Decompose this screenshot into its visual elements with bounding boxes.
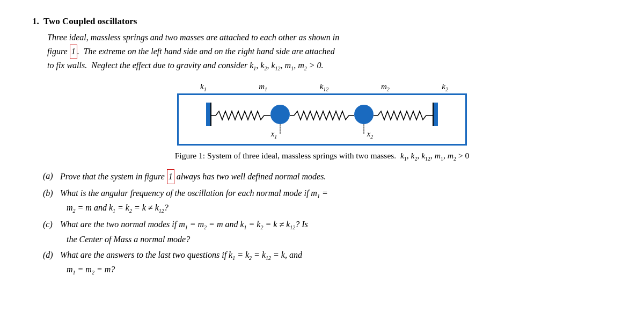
- part-d-label: (d): [43, 248, 58, 262]
- figure-caption: Figure 1: System of three ideal, massles…: [175, 151, 470, 162]
- parts-container: (a) Prove that the system in figure 1 al…: [43, 169, 612, 277]
- label-m2: m2: [381, 82, 390, 92]
- part-a-label: (a): [43, 169, 58, 183]
- label-x1: x1: [271, 129, 277, 140]
- mass-2-pin: [364, 124, 364, 134]
- label-k2: k2: [442, 82, 448, 92]
- wall-left: [206, 103, 211, 126]
- mass-1: [270, 105, 290, 124]
- problem-container: 1. Two Coupled oscillators Three ideal, …: [32, 16, 612, 278]
- diagram-labels-top: k1 m1 k12 m2 k2: [191, 82, 453, 92]
- part-b-label: (b): [43, 186, 58, 200]
- part-b: (b) What is the angular frequency of the…: [43, 186, 612, 215]
- part-d: (d) What are the answers to the last two…: [43, 248, 612, 277]
- mass-1-pin: [280, 124, 281, 134]
- spring-1: [211, 110, 270, 119]
- diagram-labels-bottom: x1 x2: [194, 129, 450, 140]
- part-b-text: What is the angular frequency of the osc…: [58, 186, 612, 215]
- spring-mass-row: [194, 103, 450, 126]
- part-c-label: (c): [43, 218, 58, 231]
- part-d-text: What are the answers to the last two que…: [58, 248, 612, 277]
- label-m1: m1: [259, 82, 267, 92]
- spring-12: [290, 110, 354, 119]
- intro-text: Three ideal, massless springs and two ma…: [47, 31, 612, 73]
- label-k12: k12: [320, 82, 329, 92]
- figure-container: k1 m1 k12 m2 k2: [32, 82, 612, 162]
- problem-title: Two Coupled oscillators: [43, 16, 137, 26]
- mass-2: [354, 105, 374, 124]
- number-label: 1.: [32, 16, 39, 26]
- part-a: (a) Prove that the system in figure 1 al…: [43, 169, 612, 184]
- wall-right: [433, 103, 438, 126]
- label-k1: k1: [200, 82, 207, 92]
- diagram-box: x1 x2: [177, 93, 467, 146]
- part-c-text: What are the two normal modes if m1 = m2…: [58, 218, 612, 246]
- spring-2: [374, 110, 433, 119]
- part-a-text: Prove that the system in figure 1 always…: [58, 169, 612, 184]
- label-x2: x2: [367, 129, 374, 140]
- part-c: (c) What are the two normal modes if m1 …: [43, 218, 612, 246]
- problem-number: 1. Two Coupled oscillators: [32, 16, 612, 27]
